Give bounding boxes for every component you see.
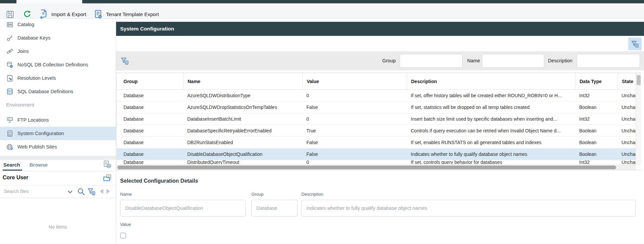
- table-cell: Unchanged: [617, 125, 636, 136]
- previous-arrow-button[interactable]: [100, 189, 103, 194]
- column-header-value[interactable]: Value: [302, 73, 407, 89]
- table-row[interactable]: DatabaseDB2RunStatsEnabledFalseIf set, e…: [117, 137, 636, 148]
- no-items-text: No items: [0, 224, 116, 230]
- key-icon: [6, 34, 14, 42]
- sidebar-item-catalog[interactable]: Catalog: [0, 18, 116, 31]
- active-tab-underline: [3, 170, 22, 171]
- search-icon[interactable]: [77, 187, 86, 196]
- column-header-group[interactable]: Group: [117, 73, 183, 89]
- tenant-template-export-label: Tenant Template Export: [106, 11, 159, 17]
- table-cell: Unchanged: [617, 102, 636, 113]
- page-title: System Configuration: [120, 26, 174, 32]
- name-filter-input[interactable]: [482, 54, 544, 68]
- sql-database-icon: [6, 87, 14, 96]
- table-cell: Boolean: [575, 148, 617, 160]
- table-cell: Database: [117, 113, 183, 125]
- column-header-state[interactable]: State: [617, 73, 636, 89]
- table-cell: False: [302, 102, 407, 113]
- tab-browse[interactable]: Browse: [30, 162, 48, 168]
- table-cell: Unchanged: [617, 90, 636, 101]
- table-cell: 0: [302, 113, 407, 125]
- vertical-scrollbar: [636, 73, 641, 165]
- sidebar-item-ftp-locations[interactable]: FTP Locations: [0, 113, 116, 127]
- tab-search[interactable]: Search: [3, 162, 20, 168]
- sidebar-item-system-configuration[interactable]: System Configuration: [0, 127, 116, 140]
- table-cell: DB2RunStatsEnabled: [183, 137, 302, 148]
- filter-toggle-button[interactable]: [628, 38, 642, 50]
- table-cell: Int32: [575, 160, 617, 164]
- add-document-button[interactable]: [102, 159, 112, 169]
- column-header-data-type[interactable]: Data Type: [575, 73, 617, 89]
- name-filter-label: Name: [467, 58, 480, 63]
- group-filter-input[interactable]: [400, 54, 462, 68]
- value-checkbox[interactable]: [120, 233, 126, 239]
- column-header-name[interactable]: Name: [183, 73, 302, 89]
- table-body: DatabaseAzureSQLDWDistributionType0If se…: [117, 90, 636, 164]
- sidebar-divider-band: [0, 156, 116, 160]
- table-row[interactable]: DatabaseDistributedQueryTimeout0If set, …: [117, 160, 636, 164]
- sidebar-item-label: Resolution Levels: [17, 75, 56, 81]
- filter-icon[interactable]: [120, 56, 130, 66]
- filter-icon[interactable]: [87, 187, 96, 196]
- system-configuration-icon: [6, 129, 14, 137]
- table-cell: Database: [117, 148, 183, 160]
- description-filter-label: Description: [548, 58, 573, 63]
- divider: [0, 198, 116, 198]
- description-filter-input[interactable]: [577, 54, 640, 68]
- sidebar-item-database-keys[interactable]: Database Keys: [0, 31, 116, 45]
- table-cell: Boolean: [575, 125, 617, 136]
- joins-icon: [6, 47, 14, 55]
- table-cell: Database: [117, 160, 183, 164]
- table-cell: Boolean: [575, 102, 617, 113]
- column-header-description[interactable]: Description: [407, 73, 575, 89]
- sidebar-item-web-publish-sites[interactable]: Web Publish Sites: [0, 140, 116, 154]
- sidebar: Catalog Database Keys Joins: [0, 19, 116, 244]
- top-strip: [0, 0, 644, 3]
- ftp-server-icon: [6, 116, 14, 124]
- sidebar-item-label: FTP Locations: [17, 117, 49, 123]
- catalog-icon: [6, 20, 14, 28]
- sidebar-item-joins[interactable]: Joins: [0, 45, 116, 58]
- table-row[interactable]: DatabaseDatabaseInsertBatchLimit0Insert …: [117, 113, 636, 125]
- save-icon: [5, 10, 14, 19]
- table-cell: 0: [302, 160, 407, 164]
- table-row[interactable]: DatabaseDatabaseSpecificRetryableErrorEn…: [117, 125, 636, 137]
- sidebar-item-nosql-db-collection-definitions[interactable]: NoSQL DB Collection Definitions: [0, 58, 116, 71]
- table-cell: 0: [302, 90, 407, 101]
- table-cell: DisableDatabaseObjectQualification: [183, 148, 302, 160]
- table-row[interactable]: DatabaseAzureSQLDWDropStatisticsOnTempTa…: [117, 102, 636, 113]
- nosql-database-icon: [6, 61, 14, 69]
- detail-name-label: Name: [120, 192, 132, 197]
- table-header-row: Group Name Value Description Data Type S…: [117, 73, 636, 90]
- refresh-icon: [22, 9, 32, 19]
- table-cell: Unchanged: [617, 148, 636, 160]
- divider: [0, 171, 116, 171]
- detail-name-field[interactable]: DisableDatabaseObjectQualification: [120, 200, 246, 217]
- horizontal-scrollbar: [117, 165, 636, 170]
- search-input[interactable]: [4, 187, 63, 196]
- table-cell: If set, offer history tables will be cre…: [407, 90, 575, 101]
- web-publish-globe-icon: [6, 143, 14, 151]
- app-window: Import & Export Tenant Template Export: [0, 0, 644, 244]
- chevron-down-icon[interactable]: [66, 188, 74, 196]
- sidebar-item-resolution-levels[interactable]: Resolution Levels: [0, 71, 116, 85]
- table-row[interactable]: DatabaseAzureSQLDWDistributionType0If se…: [117, 90, 636, 102]
- sidebar-section-environment: Environment: [6, 102, 34, 108]
- table-cell: If set, statistics will be dropped on al…: [407, 102, 575, 113]
- main-header-bar: System Configuration: [116, 22, 644, 36]
- table-cell: Database: [117, 102, 183, 113]
- detail-group-field[interactable]: Database: [251, 200, 298, 217]
- table-cell: DatabaseSpecificRetryableErrorEnabled: [183, 125, 302, 136]
- detail-description-field[interactable]: Indicates whether to fully qualify datab…: [301, 200, 636, 217]
- vertical-scrollbar-thumb[interactable]: [637, 75, 641, 85]
- folder-document-button[interactable]: [102, 173, 113, 183]
- sidebar-item-sql-database-definitions[interactable]: SQL Database Definitions: [0, 85, 116, 98]
- filter-icon: [631, 40, 639, 48]
- table-cell: Database: [117, 125, 183, 136]
- horizontal-scrollbar-thumb[interactable]: [117, 166, 616, 169]
- import-export-label: Import & Export: [51, 11, 86, 17]
- table-cell: If set, controls query behavior for data…: [407, 160, 575, 164]
- group-filter-label: Group: [382, 58, 396, 63]
- table-row[interactable]: DatabaseDisableDatabaseObjectQualificati…: [117, 148, 636, 160]
- next-arrow-button[interactable]: [106, 189, 110, 194]
